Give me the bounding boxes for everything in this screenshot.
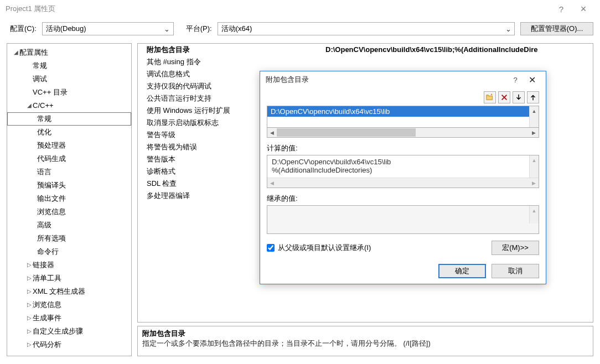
description-title: 附加包含目录 [142,329,588,339]
additional-include-dirs-dialog: 附加包含目录 ? ✕ D:\OpenCV\opencv\build\x64\vc… [260,71,546,284]
tree-item-label: 优化 [37,127,51,138]
tree-expander-icon[interactable]: ▷ [26,299,33,310]
vertical-scrollbar[interactable]: ▲ [529,106,539,127]
delete-button[interactable] [498,91,510,103]
tree-item[interactable]: 高级 [7,219,131,232]
macros-button[interactable]: 宏(M)>> [492,241,539,255]
tree-item-label: 自定义生成步骤 [33,326,83,337]
dialog-icon-row [267,91,539,103]
tree-item[interactable]: ◢配置属性 [7,46,131,59]
move-down-button[interactable] [513,91,525,103]
help-icon[interactable]: ? [550,4,572,14]
property-value[interactable]: D:\OpenCV\opencv\build\x64\vc15\lib;%(Ad… [323,44,593,56]
tree-item[interactable]: 命令行 [7,245,131,258]
tree-item-label: 预处理器 [37,140,66,151]
config-toolbar: 配置(C): 活动(Debug) ⌄ 平台(P): 活动(x64) ⌄ 配置管理… [0,18,600,43]
tree-item[interactable]: 常规 [7,59,131,72]
inherit-label: 从父级或项目默认设置继承(I) [278,243,371,253]
tree-item-label: 调试 [33,74,47,85]
property-label: 其他 #using 指令 [138,56,323,68]
tree-item-label: 高级 [37,220,51,231]
ok-button[interactable]: 确定 [438,264,486,278]
dialog-buttons: 确定 取消 [267,264,539,278]
inherit-row: 从父级或项目默认设置继承(I) 宏(M)>> [267,241,539,255]
computed-values-label: 计算的值: [267,143,539,153]
tree-item[interactable]: 输出文件 [7,192,131,205]
tree-item-label: 预编译头 [37,180,66,191]
scroll-right-icon[interactable]: ▶ [529,128,539,137]
horizontal-scrollbar[interactable]: ◀ ▶ [267,128,539,138]
chevron-down-icon: ⌄ [163,24,172,33]
tree-item-label: 生成事件 [33,313,61,324]
scroll-left-icon[interactable]: ◀ [267,128,277,137]
tree-item[interactable]: ◢C/C++ [7,99,131,112]
dialog-title: 附加包含目录 [266,75,309,85]
tree-item[interactable]: ▷XML 文档生成器 [7,285,131,298]
tree-item[interactable]: ▷生成事件 [7,311,131,325]
tree-item[interactable]: 代码生成 [7,152,131,165]
config-manager-button[interactable]: 配置管理器(O)... [520,22,593,35]
computed-values-box: D:\OpenCV\opencv\build\x64\vc15\lib %(Ad… [267,155,539,188]
tree-item[interactable]: 优化 [7,126,131,139]
tree-item[interactable]: 语言 [7,165,131,179]
dialog-help-icon[interactable]: ? [507,76,524,84]
tree-item-label: 命令行 [37,246,59,257]
platform-combo[interactable]: 活动(x64) ⌄ [218,22,515,35]
tree-expander-icon[interactable]: ◢ [26,100,33,111]
directories-listbox[interactable]: D:\OpenCV\opencv\build\x64\vc15\lib ▲ [267,106,539,128]
tree-item[interactable]: 调试 [7,72,131,86]
tree-item[interactable]: 常规 [7,112,131,126]
tree-item-label: 常规 [33,60,47,71]
move-up-button[interactable] [527,91,539,103]
tree-expander-icon[interactable]: ▷ [26,259,33,271]
tree-expander-icon[interactable]: ▷ [26,273,33,284]
config-combo[interactable]: 活动(Debug) ⌄ [42,22,174,35]
tree-item-label: VC++ 目录 [33,87,68,98]
tree-item[interactable]: 所有选项 [7,232,131,245]
description-box: 附加包含目录 指定一个或多个要添加到包含路径中的目录；当目录不止一个时，请用分号… [137,326,593,356]
config-value: 活动(Debug) [46,24,86,34]
tree-expander-icon[interactable]: ▷ [26,339,33,350]
tree-item-label: 所有选项 [37,233,66,244]
tree-item[interactable]: 预处理器 [7,139,131,152]
vertical-scrollbar[interactable]: ▲ [529,155,539,178]
close-icon[interactable]: × [572,3,594,15]
tree-item[interactable]: 预编译头 [7,179,131,192]
svg-rect-0 [487,96,493,100]
window-title: Project1 属性页 [6,4,55,14]
property-row[interactable]: 其他 #using 指令 [138,56,593,68]
tree-item[interactable]: ▷代码分析 [7,338,131,351]
tree-expander-icon[interactable]: ◢ [13,47,19,58]
cancel-button[interactable]: 取消 [492,264,539,278]
tree-item[interactable]: ▷清单工具 [7,272,131,285]
tree-item[interactable]: ▷链接器 [7,258,131,272]
computed-value-line: D:\OpenCV\opencv\build\x64\vc15\lib [272,158,534,166]
vertical-scrollbar[interactable]: ▲ [529,206,539,223]
tree-item[interactable]: ▷浏览信息 [7,298,131,311]
tree-item-label: C/C++ [33,100,54,111]
dialog-titlebar[interactable]: 附加包含目录 ? ✕ [260,71,546,88]
tree-item-label: 代码分析 [33,339,61,350]
description-text: 指定一个或多个要添加到包含路径中的目录；当目录不止一个时，请用分号分隔。 (/I… [142,339,588,349]
tree-item[interactable]: ▷自定义生成步骤 [7,325,131,338]
scroll-up-icon[interactable]: ▲ [530,106,539,116]
dialog-close-icon[interactable]: ✕ [524,75,540,85]
tree-item-label: XML 文档生成器 [33,286,85,297]
property-row[interactable]: 附加包含目录D:\OpenCV\opencv\build\x64\vc15\li… [138,44,593,56]
tree-item-label: 浏览信息 [37,206,66,217]
tree-expander-icon[interactable]: ▷ [26,326,33,337]
property-value[interactable] [323,56,593,68]
tree-item[interactable]: 浏览信息 [7,205,131,219]
scroll-thumb[interactable] [277,128,416,137]
tree-item-label: 常规 [37,113,51,124]
inherit-checkbox[interactable] [267,244,275,252]
horizontal-scrollbar[interactable]: ◀▶ [267,178,539,188]
property-tree[interactable]: ◢配置属性 常规 调试 VC++ 目录◢C/C++常规优化预处理器代码生成语言预… [7,43,132,356]
tree-item-label: 输出文件 [37,193,66,204]
tree-item[interactable]: VC++ 目录 [7,86,131,99]
new-folder-button[interactable] [484,91,496,103]
list-item[interactable]: D:\OpenCV\opencv\build\x64\vc15\lib [267,106,539,117]
tree-expander-icon[interactable]: ▷ [26,313,33,324]
platform-label: 平台(P): [186,24,212,34]
tree-expander-icon[interactable]: ▷ [26,286,33,297]
